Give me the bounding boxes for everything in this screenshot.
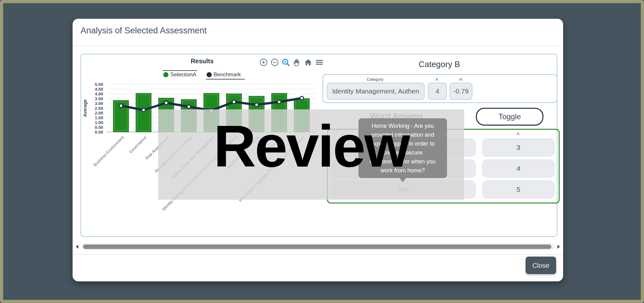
review-watermark: Review (158, 117, 464, 176)
modal-title: Analysis of Selected Assessment (81, 26, 207, 36)
category-panel-title: Category B (323, 59, 556, 69)
neg-a-field-value[interactable]: -0.79 (449, 83, 472, 100)
worst-answer-3[interactable]: 5 (482, 181, 555, 198)
horizontal-scrollbar[interactable] (75, 243, 561, 251)
y-axis-tick-label: 0.00 (95, 130, 103, 134)
y-axis-tick-label: 4.50 (95, 87, 103, 92)
menu-icon[interactable] (315, 58, 323, 66)
y-axis-tick-label: 1.00 (95, 120, 103, 125)
chart-toolbar (259, 58, 323, 66)
zoom-box-icon[interactable] (282, 58, 290, 66)
category-field-value[interactable]: Identity Management, Authen (327, 83, 425, 100)
pan-hand-icon[interactable] (293, 58, 301, 66)
y-axis-title: Average (82, 99, 88, 117)
worst-answer-2[interactable]: 4 (482, 160, 555, 177)
zoom-out-icon[interactable] (271, 58, 279, 66)
zoom-in-icon[interactable] (259, 58, 268, 66)
home-icon[interactable] (304, 58, 312, 66)
benchmark-point[interactable] (187, 105, 191, 108)
bar-selectiona[interactable] (136, 93, 151, 132)
benchmark-point[interactable] (119, 104, 123, 107)
category-field-label: Category (327, 77, 423, 82)
y-axis-tick-label: 1.50 (95, 115, 103, 120)
footer-divider (73, 254, 563, 255)
scroll-left-arrow-icon[interactable] (76, 245, 78, 249)
y-axis-tick-label: 0.50 (95, 125, 103, 130)
header-divider (73, 45, 563, 46)
x-axis-label: Business Environment (92, 135, 125, 167)
a-field-value[interactable]: 4 (428, 83, 447, 100)
y-axis-tick-label: 5.00 (95, 82, 103, 87)
screenshot-frame: Analysis of Selected Assessment Results (0, 0, 644, 303)
y-axis-tick-label: 2.50 (95, 106, 103, 111)
scroll-right-arrow-icon[interactable] (557, 245, 560, 249)
worst-answer-1[interactable]: 3 (482, 139, 555, 156)
benchmark-point[interactable] (255, 103, 258, 107)
a-field-label: A (428, 77, 446, 82)
close-button[interactable]: Close (526, 257, 556, 274)
y-axis-tick-label: 4.00 (95, 92, 103, 96)
neg-a-field-label: -A (449, 77, 471, 82)
benchmark-point[interactable] (278, 100, 281, 104)
benchmark-point[interactable] (142, 108, 145, 112)
benchmark-point[interactable] (232, 100, 236, 104)
benchmark-point[interactable] (300, 96, 304, 100)
benchmark-point[interactable] (165, 101, 168, 105)
answer-column-header: A (482, 131, 554, 136)
category-detail-box: Category Identity Management, Authen A 4… (322, 74, 557, 103)
toggle-button[interactable]: Toggle (476, 108, 543, 126)
scrollbar-track[interactable] (81, 244, 554, 250)
y-axis-tick-label: 3.50 (95, 96, 103, 101)
scrollbar-thumb[interactable] (83, 244, 551, 249)
y-axis-tick-label: 2.00 (95, 111, 103, 115)
y-axis-tick-label: 3.00 (95, 101, 103, 106)
x-axis-label: Governance (128, 135, 147, 155)
